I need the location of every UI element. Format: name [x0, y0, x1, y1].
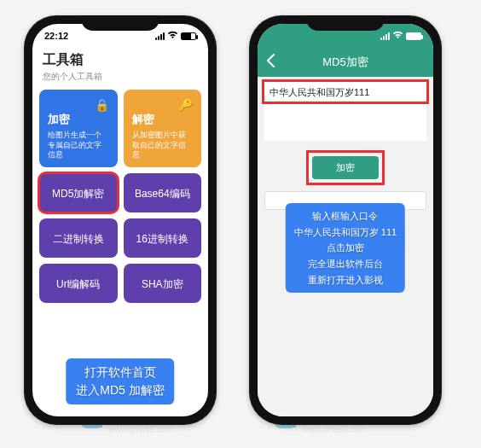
status-time: 22:12: [44, 31, 68, 41]
tile-sha[interactable]: SHA加密: [124, 264, 202, 303]
page-subtitle: 您的个人工具箱: [43, 71, 198, 83]
tile-hex[interactable]: 16进制转换: [124, 218, 202, 258]
key-icon: 🔑: [132, 98, 194, 110]
encrypt-button-highlight: 加密: [309, 153, 382, 183]
battery-icon: [181, 32, 196, 40]
battery-icon: [406, 32, 421, 40]
phone-right: MD5加密 加密 输入框输入口令 中华人民共和国万岁 111 点击加密 完全: [249, 15, 442, 425]
input-area: [264, 102, 426, 141]
signal-icon: [380, 32, 390, 40]
tile-encrypt[interactable]: 🔒 加密 给图片生成一个专属自己的文字信息: [39, 90, 118, 167]
overlay-caption-left: 打开软件首页 进入MD5 加解密: [66, 358, 174, 404]
tile-decrypt[interactable]: 🔑 解密 从加密图片中获取自己的文字信息: [124, 90, 202, 167]
tile-binary[interactable]: 二进制转换: [39, 218, 118, 258]
overlay-caption-right: 输入框输入口令 中华人民共和国万岁 111 点击加密 完全退出软件后台 重新打开…: [286, 203, 405, 293]
tile-url[interactable]: Url编解码: [39, 264, 118, 303]
back-button[interactable]: [258, 54, 283, 71]
phone-left: 22:12 工具箱 您的个人工具箱 🔒 加密 给图片生成一个专属自己的文字信息: [24, 15, 217, 425]
tile-base64[interactable]: Base64编码: [124, 173, 202, 212]
wifi-icon: [392, 31, 403, 41]
password-input[interactable]: [268, 86, 423, 100]
wifi-icon: [167, 31, 178, 41]
tile-md5[interactable]: MD5加解密: [39, 173, 118, 212]
password-input-highlight: [264, 82, 426, 102]
signal-icon: [155, 32, 165, 40]
notch: [81, 15, 159, 31]
top-bar: MD5加密: [258, 48, 433, 77]
page-header: 工具箱 您的个人工具箱: [32, 48, 208, 84]
lock-icon: 🔒: [48, 98, 109, 110]
page-title: 工具箱: [43, 51, 198, 69]
notch: [306, 15, 385, 31]
encrypt-button[interactable]: 加密: [312, 156, 379, 179]
topbar-title: MD5加密: [258, 55, 433, 70]
